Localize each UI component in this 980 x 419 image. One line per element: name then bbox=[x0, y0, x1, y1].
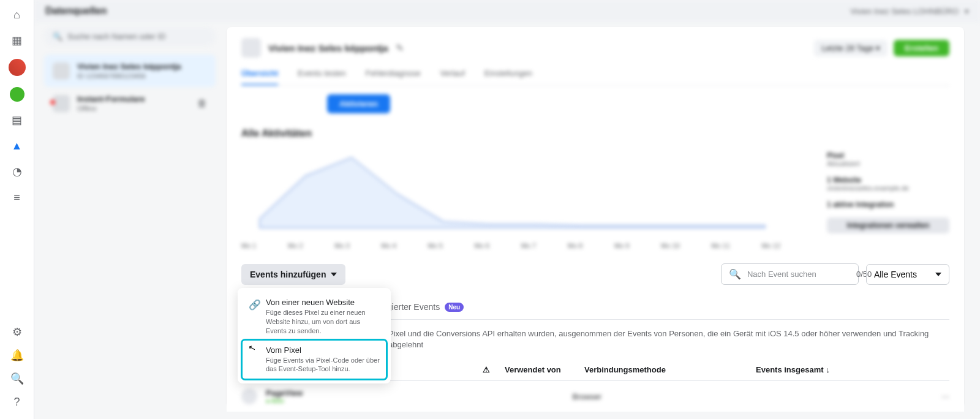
menu-item-title: Vom Pixel bbox=[266, 345, 380, 355]
event-search[interactable]: 🔍 0/50 bbox=[721, 263, 859, 285]
search-icon: 🔍 bbox=[53, 32, 62, 41]
sidebar-item-form[interactable]: Instant-Formulare Offline 🗑 bbox=[44, 87, 216, 119]
sub-tab-aggregated[interactable]: egierter Events Neu bbox=[382, 296, 464, 319]
sidebar-search[interactable]: 🔍 Suche nach Namen oder ID bbox=[44, 27, 216, 46]
main-tabs: Übersicht Events testen Fehlerdiagnose V… bbox=[241, 69, 949, 86]
row-menu-icon[interactable]: ⋯ bbox=[941, 392, 949, 401]
menu-item-desc: Füge dieses Pixel zu einer neuen Website… bbox=[266, 308, 380, 336]
avatar-icon[interactable] bbox=[9, 59, 26, 76]
th-warning[interactable]: ⚠ bbox=[468, 365, 505, 374]
menu-item-title: Von einer neuen Website bbox=[266, 298, 380, 307]
datasource-icon bbox=[241, 38, 261, 58]
add-events-button[interactable]: Events hinzufügen bbox=[241, 264, 345, 285]
account-label: Vivien Inez Seles LOHNBÜRO bbox=[850, 7, 959, 16]
sidebar-item-sub: ID 1234567890123456 bbox=[77, 72, 181, 80]
event-search-input[interactable] bbox=[747, 270, 850, 279]
website-card-title: 1 Website bbox=[827, 176, 949, 184]
menu-item-desc: Füge Events via Pixel-Code oder über das… bbox=[266, 356, 380, 374]
activity-chart: Mo 1Mo 2Mo 3Mo 4Mo 5Mo 6Mo 7Mo 8Mo 9Mo 1… bbox=[241, 151, 949, 237]
clipboard-icon[interactable]: ▤ bbox=[10, 113, 24, 127]
gear-icon[interactable]: ⚙ bbox=[10, 325, 24, 339]
bell-icon[interactable]: 🔔 bbox=[10, 348, 24, 363]
manage-integrations-button[interactable]: Integrationen verwalten bbox=[827, 217, 949, 233]
search-rail-icon[interactable]: 🔍 bbox=[10, 371, 24, 386]
help-icon[interactable]: ? bbox=[10, 394, 24, 409]
pixel-card-title: Pixel bbox=[827, 151, 949, 160]
caret-down-icon bbox=[935, 273, 941, 276]
sidebar-item-sub: Offline bbox=[77, 105, 145, 112]
date-range-picker[interactable]: Letzte 28 Tage ▾ bbox=[814, 40, 888, 56]
notification-dot-icon bbox=[50, 100, 55, 105]
integration-card-title: 1 aktive Integration bbox=[827, 200, 949, 209]
search-icon: 🔍 bbox=[729, 268, 741, 280]
home-icon[interactable]: ⌂ bbox=[10, 7, 24, 22]
tab-test[interactable]: Events testen bbox=[298, 69, 346, 85]
add-events-label: Events hinzufügen bbox=[250, 270, 326, 279]
topbar: Datenquellen Vivien Inez Seles LOHNBÜRO … bbox=[34, 0, 980, 22]
th-used-by[interactable]: Verwendet von bbox=[505, 365, 584, 374]
menu-item-from-pixel[interactable]: Vom Pixel Füge Events via Pixel-Code ode… bbox=[243, 341, 386, 379]
warning-icon: ⚠ bbox=[483, 365, 490, 374]
create-button[interactable]: Erstellen bbox=[894, 40, 949, 56]
sidebar: 🔍 Suche nach Namen oder ID Vivien Inez S… bbox=[44, 27, 216, 407]
event-name: PageView bbox=[266, 388, 303, 398]
caret-down-icon bbox=[331, 273, 337, 276]
tab-settings[interactable]: Einstellungen bbox=[484, 69, 532, 85]
table-row[interactable]: PageView ● Aktiv Browser ⋯ bbox=[241, 381, 949, 412]
events-toolbar: Events hinzufügen 🔗 Von einer neuen Webs… bbox=[227, 263, 964, 412]
new-badge: Neu bbox=[445, 303, 464, 312]
link-icon: 🔗 bbox=[249, 298, 260, 336]
event-filter-label: Alle Events bbox=[874, 270, 917, 279]
tab-history[interactable]: Verlauf bbox=[440, 69, 464, 85]
menu-item-new-website[interactable]: 🔗 Von einer neuen Website Füge dieses Pi… bbox=[243, 293, 386, 341]
more-icon[interactable]: ≡ bbox=[10, 190, 24, 205]
activate-button[interactable]: Aktivieren bbox=[327, 94, 390, 113]
tab-overview[interactable]: Übersicht bbox=[241, 69, 278, 85]
info-cards: PixelAktualisiert 1 Websitevivieninezsel… bbox=[827, 151, 949, 233]
event-status: ● Aktiv bbox=[266, 398, 303, 404]
clock-icon[interactable]: ◔ bbox=[10, 164, 24, 179]
account-dropdown-icon[interactable]: ▾ bbox=[965, 7, 969, 16]
th-total[interactable]: Events insgesamt ↓ bbox=[756, 365, 866, 374]
add-events-dropdown: 🔗 Von einer neuen Website Füge dieses Pi… bbox=[238, 288, 391, 383]
form-thumb-icon bbox=[53, 95, 70, 112]
event-method: Browser bbox=[572, 392, 601, 401]
page-title: Datenquellen bbox=[45, 6, 107, 17]
sidebar-item-pixel[interactable]: Vivien Inez Seles képpontja ID 123456789… bbox=[44, 55, 216, 87]
sidebar-search-placeholder: Suche nach Namen oder ID bbox=[67, 32, 165, 41]
activity-section-title: Alle Aktivitäten bbox=[241, 128, 949, 139]
events-description: Pixel und die Conversions API erhalten w… bbox=[388, 320, 949, 359]
sidebar-item-title: Vivien Inez Seles képpontja bbox=[77, 62, 181, 71]
cursor-icon bbox=[249, 345, 260, 374]
edit-icon[interactable]: ✎ bbox=[396, 42, 404, 54]
th-method[interactable]: Verbindungsmethode bbox=[584, 365, 756, 374]
status-dot-icon[interactable] bbox=[10, 87, 24, 102]
datasource-title: Vivien Inez Seles képpontja bbox=[268, 43, 388, 53]
left-rail: ⌂ ▦ ▤ ▲ ◔ ≡ ⚙ 🔔 🔍 ? bbox=[0, 0, 34, 419]
tab-diagnose[interactable]: Fehlerdiagnose bbox=[366, 69, 421, 85]
grid-icon[interactable]: ▦ bbox=[10, 33, 24, 48]
event-type-icon bbox=[241, 388, 257, 404]
sidebar-item-title: Instant-Formulare bbox=[77, 94, 145, 104]
pixel-thumb-icon bbox=[53, 62, 70, 80]
event-filter-select[interactable]: Alle Events bbox=[866, 264, 949, 285]
share-icon[interactable]: ▲ bbox=[10, 138, 24, 153]
trash-icon[interactable]: 🗑 bbox=[197, 98, 207, 109]
